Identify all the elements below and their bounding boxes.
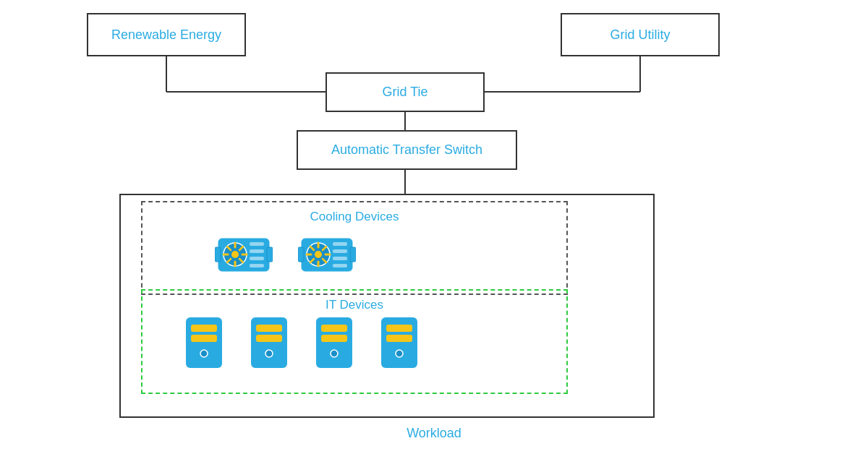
- svg-rect-54: [256, 335, 282, 342]
- svg-rect-27: [250, 257, 264, 260]
- it-devices-label: IT Devices: [142, 298, 566, 312]
- grid-tie-label: Grid Tie: [382, 85, 427, 100]
- grid-tie-box: Grid Tie: [326, 72, 485, 112]
- svg-rect-61: [386, 325, 412, 332]
- svg-rect-53: [256, 325, 282, 332]
- workload-section: Workload: [407, 426, 461, 441]
- grid-utility-label: Grid Utility: [610, 27, 670, 43]
- server-icon-2: [247, 316, 291, 374]
- cooling-devices-label: Cooling Devices: [142, 210, 566, 224]
- svg-rect-42: [333, 242, 347, 246]
- svg-rect-29: [215, 247, 221, 262]
- renewable-energy-label: Renewable Energy: [111, 27, 221, 43]
- svg-point-59: [331, 350, 338, 357]
- svg-rect-57: [321, 325, 347, 332]
- svg-rect-25: [250, 242, 264, 246]
- it-box: IT Devices: [141, 289, 568, 394]
- ats-label: Automatic Transfer Switch: [331, 142, 482, 158]
- svg-rect-62: [386, 335, 412, 342]
- ats-box: Automatic Transfer Switch: [297, 130, 517, 170]
- server-icon-3: [312, 316, 356, 374]
- diagram: Renewable Energy Grid Utility Grid Tie A…: [0, 0, 868, 454]
- renewable-energy-box: Renewable Energy: [87, 13, 246, 56]
- svg-rect-47: [350, 247, 356, 262]
- workload-label: Workload: [407, 426, 461, 441]
- svg-point-16: [231, 251, 239, 258]
- svg-rect-45: [333, 264, 347, 267]
- svg-rect-26: [250, 249, 264, 253]
- svg-rect-43: [333, 249, 347, 253]
- cooling-icon-1: [215, 231, 273, 278]
- svg-point-55: [265, 350, 273, 357]
- svg-rect-28: [250, 264, 264, 267]
- svg-rect-46: [298, 247, 304, 262]
- cooling-box: Cooling Devices: [141, 201, 568, 295]
- svg-rect-58: [321, 335, 347, 342]
- svg-point-33: [315, 251, 322, 258]
- svg-point-51: [200, 350, 208, 357]
- cooling-icon-2: [298, 231, 356, 278]
- server-icon-4: [378, 316, 421, 374]
- svg-rect-49: [191, 325, 217, 332]
- grid-utility-box: Grid Utility: [561, 13, 720, 56]
- svg-point-63: [396, 350, 403, 357]
- server-icon-1: [182, 316, 226, 374]
- svg-rect-44: [333, 257, 347, 260]
- svg-rect-50: [191, 335, 217, 342]
- svg-rect-30: [267, 247, 273, 262]
